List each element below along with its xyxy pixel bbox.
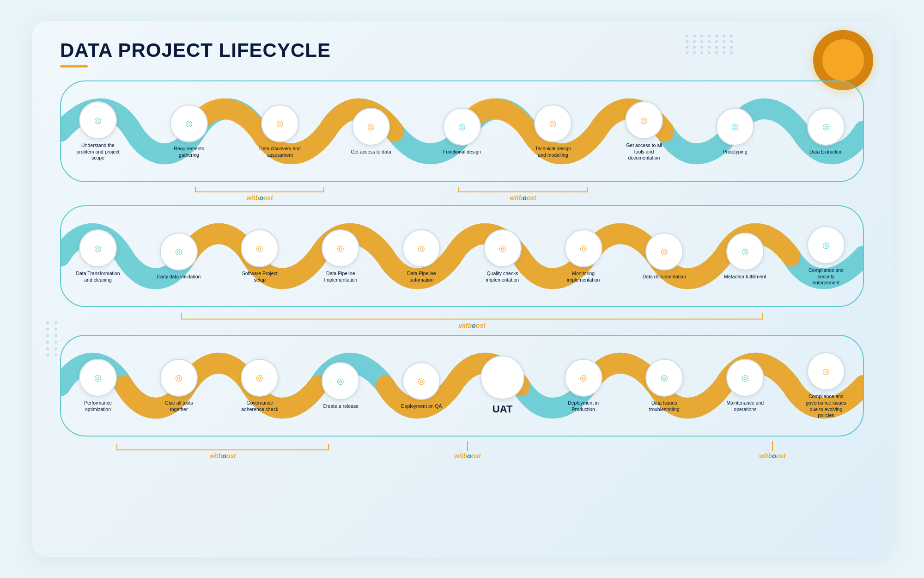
node-compliance-governance: ◎ Compliance and governance issues due t… xyxy=(803,352,849,419)
node-glue-tools: ◎ Glue all tools together xyxy=(156,359,202,412)
node-create-release: ◎ Create a release xyxy=(317,362,364,410)
node-discovery: ◎ Data discovery and assessment xyxy=(257,105,303,158)
nodes-row-3: ◎ Performance optimization ◎ Glue all to… xyxy=(70,340,854,431)
node-data-extraction: ◎ Data Extraction xyxy=(803,108,849,155)
decorative-dots-left xyxy=(46,321,59,357)
node-pipeline-impl: ◎ Data Pipeline Implementation xyxy=(317,229,364,283)
node-metadata: ◎ Metadata fulfillment xyxy=(722,233,768,280)
lifecycle-row-3: ◎ Performance optimization ◎ Glue all to… xyxy=(60,335,864,437)
node-uat: UAT xyxy=(480,356,526,416)
node-get-access-data: ◎ Get access to data xyxy=(348,108,394,155)
node-deployment-qa: ◎ Deployment on QA xyxy=(398,362,444,410)
node-maintenance: ◎ Maintenance and operations xyxy=(722,359,768,412)
nodes-row-2: ◎ Data Transformation and cleaning ◎ Ear… xyxy=(70,211,854,301)
lifecycle-row-1: ◎ Understand the problem and project sco… xyxy=(60,80,864,182)
nodes-row-1: ◎ Understand the problem and project sco… xyxy=(70,86,854,177)
witboost-bracket-1b: witboost xyxy=(458,187,588,202)
lifecycle-row-2: ◎ Data Transformation and cleaning ◎ Ear… xyxy=(60,205,864,307)
node-compliance-security: ◎ Compliance and security enforcement xyxy=(803,226,849,286)
node-functional-design: ◎ Functional design xyxy=(439,108,485,155)
main-card: DATA PROJECT LIFECYCLE ◎ Understand the … xyxy=(32,21,892,557)
node-deployment-prod: ◎ Deployment in Production xyxy=(560,359,607,412)
node-governance: ◎ Governance adherence check xyxy=(237,359,283,412)
node-documentation: ◎ Data documentation xyxy=(641,233,687,280)
title-underline xyxy=(60,65,88,68)
node-prototyping: ◎ Prototyping xyxy=(712,108,758,155)
witboost-bracket-3b: witboost xyxy=(403,441,532,460)
witboost-bracket-3a: witboost xyxy=(116,444,329,460)
node-early-validation: ◎ Early data validation xyxy=(156,233,202,280)
witboost-bracket-1a: witboost xyxy=(195,187,324,202)
node-data-issues: ◎ Data Issues troubleshoting xyxy=(641,359,687,412)
node-performance: ◎ Performance optimization xyxy=(75,359,121,412)
node-monitoring: ◎ Monitoring implementation xyxy=(560,229,607,283)
node-pipeline-auto: ◎ Data Pipeline automation xyxy=(398,229,444,283)
node-understand: ◎ Understand the problem and project sco… xyxy=(75,101,121,161)
node-get-tools: ◎ Get access to all tools and documentat… xyxy=(621,101,667,161)
witboost-bracket-2: witboost xyxy=(181,313,763,329)
title-area: DATA PROJECT LIFECYCLE xyxy=(60,39,864,68)
node-quality-checks: ◎ Quality checks implementation xyxy=(480,229,526,283)
page-title: DATA PROJECT LIFECYCLE xyxy=(60,39,864,61)
node-software-setup: ◎ Software Project setup xyxy=(237,229,283,283)
node-requirements: ◎ Requirements gathering xyxy=(166,105,212,158)
node-technical-design: ◎ Technical design and modelling xyxy=(530,105,576,158)
decorative-dots-top xyxy=(686,35,735,54)
node-transformation: ◎ Data Transformation and cleaning xyxy=(75,229,121,283)
witboost-bracket-3c: witboost xyxy=(726,441,819,460)
